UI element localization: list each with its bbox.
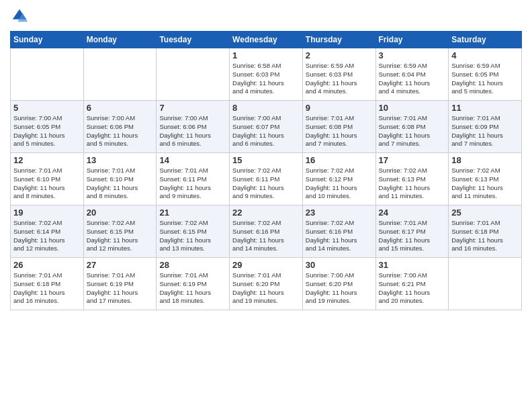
calendar-cell: 28Sunrise: 7:01 AMSunset: 6:19 PMDayligh… [157,258,230,310]
day-number: 11 [451,103,519,113]
day-number: 28 [159,260,226,270]
calendar-cell: 29Sunrise: 7:01 AMSunset: 6:20 PMDayligh… [230,258,303,310]
calendar-cell: 14Sunrise: 7:01 AMSunset: 6:11 PMDayligh… [157,153,230,205]
day-info: Sunrise: 7:00 AMSunset: 6:20 PMDaylight:… [306,271,373,306]
day-info: Sunrise: 7:02 AMSunset: 6:11 PMDaylight:… [232,167,300,201]
day-info: Sunrise: 7:02 AMSunset: 6:12 PMDaylight:… [306,167,373,201]
day-info: Sunrise: 7:01 AMSunset: 6:08 PMDaylight:… [379,114,446,148]
weekday-header-saturday: Saturday [449,32,522,48]
day-number: 9 [306,103,373,113]
day-info: Sunrise: 7:01 AMSunset: 6:08 PMDaylight:… [306,114,373,148]
logo [10,7,32,26]
calendar-cell [449,258,522,310]
calendar-cell: 20Sunrise: 7:02 AMSunset: 6:15 PMDayligh… [83,205,157,258]
day-number: 27 [87,260,154,270]
calendar-cell: 24Sunrise: 7:01 AMSunset: 6:17 PMDayligh… [375,205,449,258]
day-number: 30 [306,260,373,270]
calendar-cell: 13Sunrise: 7:01 AMSunset: 6:10 PMDayligh… [83,153,157,205]
calendar-week-3: 12Sunrise: 7:01 AMSunset: 6:10 PMDayligh… [11,153,522,205]
calendar-cell: 11Sunrise: 7:01 AMSunset: 6:09 PMDayligh… [449,101,522,153]
calendar-week-4: 19Sunrise: 7:02 AMSunset: 6:14 PMDayligh… [11,205,522,258]
day-info: Sunrise: 7:01 AMSunset: 6:18 PMDaylight:… [13,271,81,306]
day-number: 31 [379,260,446,270]
weekday-header-monday: Monday [83,32,157,48]
weekday-header-row: SundayMondayTuesdayWednesdayThursdayFrid… [11,32,522,48]
calendar-cell: 23Sunrise: 7:02 AMSunset: 6:16 PMDayligh… [302,205,375,258]
day-number: 24 [379,208,446,218]
day-info: Sunrise: 7:00 AMSunset: 6:07 PMDaylight:… [232,114,300,148]
calendar-table: SundayMondayTuesdayWednesdayThursdayFrid… [10,31,522,310]
calendar-cell: 8Sunrise: 7:00 AMSunset: 6:07 PMDaylight… [230,101,303,153]
day-number: 4 [451,50,519,60]
calendar-cell: 30Sunrise: 7:00 AMSunset: 6:20 PMDayligh… [302,258,375,310]
weekday-header-sunday: Sunday [11,32,84,48]
day-info: Sunrise: 7:01 AMSunset: 6:10 PMDaylight:… [87,167,154,201]
day-info: Sunrise: 7:01 AMSunset: 6:09 PMDaylight:… [451,114,519,148]
day-info: Sunrise: 6:59 AMSunset: 6:04 PMDaylight:… [379,62,446,96]
day-number: 20 [87,208,154,218]
calendar-cell: 16Sunrise: 7:02 AMSunset: 6:12 PMDayligh… [302,153,375,205]
calendar-week-5: 26Sunrise: 7:01 AMSunset: 6:18 PMDayligh… [11,258,522,310]
logo-icon [10,7,29,26]
calendar-cell: 26Sunrise: 7:01 AMSunset: 6:18 PMDayligh… [11,258,84,310]
day-number: 15 [232,155,300,165]
calendar-cell: 2Sunrise: 6:59 AMSunset: 6:03 PMDaylight… [302,48,375,101]
calendar-cell: 31Sunrise: 7:00 AMSunset: 6:21 PMDayligh… [375,258,449,310]
day-info: Sunrise: 7:02 AMSunset: 6:13 PMDaylight:… [379,167,446,201]
day-number: 21 [159,208,226,218]
calendar-cell: 7Sunrise: 7:00 AMSunset: 6:06 PMDaylight… [157,101,230,153]
calendar-cell: 17Sunrise: 7:02 AMSunset: 6:13 PMDayligh… [375,153,449,205]
calendar-cell: 18Sunrise: 7:02 AMSunset: 6:13 PMDayligh… [449,153,522,205]
day-number: 10 [379,103,446,113]
day-number: 18 [451,155,519,165]
calendar-week-2: 5Sunrise: 7:00 AMSunset: 6:05 PMDaylight… [11,101,522,153]
weekday-header-wednesday: Wednesday [230,32,303,48]
day-number: 17 [379,155,446,165]
day-info: Sunrise: 7:02 AMSunset: 6:15 PMDaylight:… [87,219,154,253]
weekday-header-thursday: Thursday [302,32,375,48]
day-info: Sunrise: 7:02 AMSunset: 6:16 PMDaylight:… [306,219,373,253]
day-number: 29 [232,260,300,270]
weekday-header-friday: Friday [375,32,449,48]
day-number: 5 [13,103,81,113]
day-number: 23 [306,208,373,218]
calendar-cell: 19Sunrise: 7:02 AMSunset: 6:14 PMDayligh… [11,205,84,258]
day-info: Sunrise: 7:01 AMSunset: 6:10 PMDaylight:… [13,167,81,201]
day-info: Sunrise: 7:00 AMSunset: 6:21 PMDaylight:… [379,271,446,306]
day-number: 7 [159,103,226,113]
calendar-cell: 9Sunrise: 7:01 AMSunset: 6:08 PMDaylight… [302,101,375,153]
day-number: 25 [451,208,519,218]
calendar-cell: 22Sunrise: 7:02 AMSunset: 6:16 PMDayligh… [230,205,303,258]
day-info: Sunrise: 6:58 AMSunset: 6:03 PMDaylight:… [232,62,300,96]
calendar-cell: 4Sunrise: 6:59 AMSunset: 6:05 PMDaylight… [449,48,522,101]
calendar-cell [11,48,84,101]
page: SundayMondayTuesdayWednesdayThursdayFrid… [0,0,532,411]
calendar-cell: 3Sunrise: 6:59 AMSunset: 6:04 PMDaylight… [375,48,449,101]
day-number: 3 [379,50,446,60]
calendar-cell: 27Sunrise: 7:01 AMSunset: 6:19 PMDayligh… [83,258,157,310]
day-number: 12 [13,155,81,165]
day-info: Sunrise: 7:02 AMSunset: 6:13 PMDaylight:… [451,167,519,201]
day-info: Sunrise: 7:00 AMSunset: 6:05 PMDaylight:… [13,114,81,148]
calendar-week-1: 1Sunrise: 6:58 AMSunset: 6:03 PMDaylight… [11,48,522,101]
calendar-cell: 1Sunrise: 6:58 AMSunset: 6:03 PMDaylight… [230,48,303,101]
day-number: 6 [87,103,154,113]
day-number: 16 [306,155,373,165]
day-info: Sunrise: 6:59 AMSunset: 6:03 PMDaylight:… [306,62,373,96]
day-number: 13 [87,155,154,165]
weekday-header-tuesday: Tuesday [157,32,230,48]
day-number: 14 [159,155,226,165]
calendar-cell: 25Sunrise: 7:01 AMSunset: 6:18 PMDayligh… [449,205,522,258]
day-number: 26 [13,260,81,270]
header [10,7,522,26]
day-info: Sunrise: 7:02 AMSunset: 6:15 PMDaylight:… [159,219,226,253]
day-info: Sunrise: 7:00 AMSunset: 6:06 PMDaylight:… [159,114,226,148]
day-number: 2 [306,50,373,60]
calendar-cell: 6Sunrise: 7:00 AMSunset: 6:06 PMDaylight… [83,101,157,153]
day-number: 1 [232,50,300,60]
calendar-cell: 5Sunrise: 7:00 AMSunset: 6:05 PMDaylight… [11,101,84,153]
day-info: Sunrise: 7:01 AMSunset: 6:17 PMDaylight:… [379,219,446,253]
calendar-cell: 10Sunrise: 7:01 AMSunset: 6:08 PMDayligh… [375,101,449,153]
calendar-cell: 15Sunrise: 7:02 AMSunset: 6:11 PMDayligh… [230,153,303,205]
calendar-cell: 12Sunrise: 7:01 AMSunset: 6:10 PMDayligh… [11,153,84,205]
